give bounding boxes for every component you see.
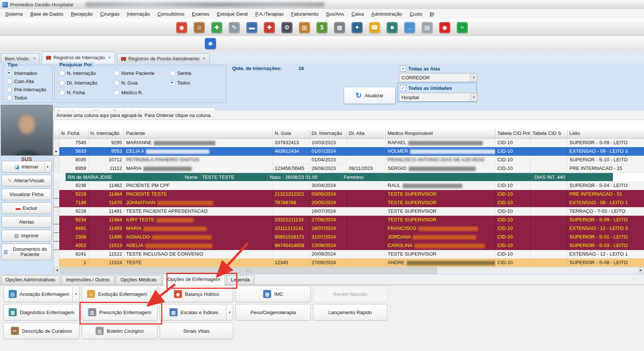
table-row[interactable]: 111524TESTE1234527/09/2024ANDRECID-10SUP… <box>54 259 644 267</box>
exit-icon[interactable]: ◉ <box>439 22 450 33</box>
column-header-tabela-cid-prima[interactable]: Tabela CID Primá <box>495 129 531 138</box>
radio-medico-r[interactable]: Médico R. <box>114 90 170 95</box>
button-evolucao-enfermagem[interactable]: ☺Evolução Enfermagem▾ <box>82 286 157 302</box>
radio-pre-internacao[interactable]: Pré-Internação <box>7 87 46 92</box>
invoice-icon[interactable]: ▤ <box>422 22 433 33</box>
close-icon[interactable]: × <box>33 56 36 61</box>
column-header-n-guia[interactable]: N. Guia <box>273 129 310 138</box>
button-prescricao-enfermagem[interactable]: ▥Prescrição Enfermagem <box>82 304 157 320</box>
bottom-tab-impressoes-outros[interactable]: Impressões / Outros <box>61 275 115 285</box>
bottom-tab-opcoes-medicas[interactable]: Opções Médicas <box>116 275 162 285</box>
chevron-down-icon[interactable]: ▾ <box>150 286 157 302</box>
button-descricao-de-curativos[interactable]: ✂Descrição de Curativos <box>3 323 79 339</box>
chevron-down-icon[interactable]: ▾ <box>44 162 50 171</box>
column-header-dt-alta[interactable]: Dt. Alta <box>347 129 386 138</box>
sidebar-button-visualizar-ficha[interactable]: Visualizar Ficha <box>1 189 51 200</box>
column-header-medico-responsavel[interactable]: Médico Responsável <box>386 129 495 138</box>
radio-dt-internacao[interactable]: Dt. Internação <box>59 80 114 86</box>
sidebar-button-alertas[interactable]: Alertas <box>1 216 51 228</box>
table-row[interactable]: 923811462PACIENTE PM CPF30/04/2024RAULCI… <box>54 181 644 190</box>
chat-icon[interactable]: … <box>404 22 415 33</box>
table-row[interactable]: 695911112MARIA1234567894526/08/202308/11… <box>54 164 644 173</box>
bottom-tab-opcoes-adminstrativas[interactable]: Opções Adminstrativas <box>1 275 60 285</box>
button-sinais-vitais[interactable]: Sinais Vitais <box>160 323 233 339</box>
button-imc[interactable]: ▦IMC <box>235 286 311 302</box>
group-by-hint-bar[interactable]: Arraste uma coluna aqui para agrupá-la. … <box>53 111 644 120</box>
close-icon[interactable]: × <box>108 55 111 60</box>
menu-consultorios[interactable]: Consultórios <box>154 10 188 18</box>
todas-as-unidades-checkbox[interactable]: ✓ Todas as Unidades <box>400 85 452 91</box>
billing-icon[interactable]: $ <box>316 22 328 33</box>
ambulance-icon[interactable]: ✚ <box>264 22 275 33</box>
newborn-sub-row[interactable]: RN de MARIA JOSENome - TESTE TESTENasc -… <box>54 173 644 181</box>
radio-senha[interactable]: Senha <box>170 70 215 76</box>
button-diagnostico-enfermagem[interactable]: ▦Diagnóstico Enfermagem <box>3 304 79 320</box>
atualizar-button[interactable]: ↻ Atualizar <box>344 87 396 104</box>
radio-com-alta[interactable]: Com Alta <box>7 79 46 84</box>
button-lancamento-rapido[interactable]: Lançamento Rápido <box>313 304 387 320</box>
radio-nome-paciente[interactable]: Nome Paciente <box>114 70 170 76</box>
scroll-right-icon[interactable]: ► <box>638 267 644 273</box>
table-row[interactable]: 435211513ADELIA9874541465813/09/2024CARO… <box>54 241 644 250</box>
chevron-down-icon[interactable]: ▾ <box>470 73 477 82</box>
column-header-leito[interactable]: Leito <box>568 129 644 138</box>
button-boletim-cirurgico[interactable]: ▥Boletim Cirúrgico <box>82 323 157 339</box>
table-row[interactable]: 924111522TESTE INCLUSAO DE CONVENIO20/09… <box>54 250 644 259</box>
tools-icon[interactable]: ✦ <box>351 22 363 33</box>
doctor-icon[interactable]: ✚ <box>211 22 222 33</box>
menu-exames[interactable]: Exames <box>188 10 213 18</box>
table-row[interactable]: 230811495AGNALDO8585151617131/07/2024JOR… <box>54 233 644 241</box>
table-row[interactable]: ▸56339553CELIA A46391243401/07/2024VOLME… <box>54 147 644 156</box>
tab-registros-de-pronto-atendimento[interactable]: Registros de Pronto Atendimento× <box>117 53 210 63</box>
menu-caixa[interactable]: Caixa <box>348 10 368 18</box>
menu-faturamento[interactable]: Faturamento <box>287 10 322 18</box>
button-peso-oxigenoterapia[interactable]: Peso/Oxigenoterapia <box>235 304 311 320</box>
menu-sistema[interactable]: Sistema <box>1 10 26 18</box>
monitor-icon[interactable]: ≈ <box>457 22 468 33</box>
vault-icon[interactable]: ▦ <box>334 22 345 33</box>
bottom-tab-legenda[interactable]: Legenda <box>226 275 255 285</box>
menu-sus-ans[interactable]: Sus/Ans <box>322 10 348 18</box>
prescription-icon[interactable]: ✎ <box>229 22 240 33</box>
phone-icon[interactable]: ☎ <box>369 22 380 33</box>
radio-n-ficha[interactable]: N. Ficha <box>59 90 114 95</box>
radio-internados[interactable]: Internados <box>7 70 46 76</box>
column-header-n-ficha[interactable]: N. Ficha <box>59 129 88 138</box>
table-row[interactable]: 75459295MARIANNE33783241310/03/2023RAFAE… <box>54 139 644 147</box>
patients-icon[interactable]: ☺ <box>194 22 205 33</box>
scrollbar-thumb[interactable] <box>60 268 437 273</box>
button-anotacao-enfermagem[interactable]: ▤Anotação Enfermagem▾ <box>3 286 79 302</box>
table-row[interactable]: 714611470JOHNATHAN7878978920/05/2024TEST… <box>54 199 644 207</box>
menu-internacao[interactable]: Internação <box>123 10 153 18</box>
menu-administracao[interactable]: Administração <box>368 10 406 18</box>
radio-todos[interactable]: Todos <box>7 95 46 101</box>
menu-bi[interactable]: BI <box>426 10 438 18</box>
sidebar-button-alterar-visuali[interactable]: ✎Alterar/Visuali. <box>1 175 51 186</box>
unidade-select[interactable]: Hospital ▾ <box>399 93 478 102</box>
todas-as-alas-checkbox[interactable]: ✓ Todas as Alas <box>400 66 440 72</box>
table-row[interactable]: 923411484IURY TESTE3332221113327/06/2024… <box>54 216 644 224</box>
table-row[interactable]: 803510712PETRONILA PINHEIRO SANTOS01/04/… <box>54 156 644 164</box>
patient-record-icon[interactable]: ☻ <box>205 38 216 49</box>
menu-estoque-geral[interactable]: Estoque Geral <box>213 10 251 18</box>
sidebar-button-excluir[interactable]: ▬Excluir <box>1 202 51 214</box>
system-icon[interactable]: ◉ <box>176 22 187 33</box>
sidebar-button-imprimir[interactable]: ▤Imprimir <box>1 230 51 241</box>
beds-icon[interactable]: ▬ <box>246 22 257 33</box>
surgery-center-icon[interactable]: ⚙ <box>281 22 293 33</box>
button-escalas-e-indices[interactable]: ▦Escalas e Índices▾ <box>160 304 233 320</box>
radio-todos[interactable]: Todos <box>170 80 215 86</box>
menu-p-a-terapias[interactable]: P.A./Terapias <box>251 10 287 18</box>
menu-recepcao[interactable]: Recepção <box>67 10 97 18</box>
bottom-tab-opcoes-de-enfermagem[interactable]: Opções de Enfermagem <box>163 274 225 285</box>
library-icon[interactable]: ■ <box>387 22 398 33</box>
table-row[interactable]: 849111493MARIA1011121314118/07/2024FRANC… <box>54 224 644 233</box>
menu-base-de-dados[interactable]: Base de Dados <box>26 10 67 18</box>
column-header-dt-internacao[interactable]: Dt. Internação <box>310 129 347 138</box>
radio-n-guia[interactable]: N. Guia <box>114 80 170 86</box>
table-row[interactable]: 921611464PACIENTE TESTE2132131232103/05/… <box>54 190 644 199</box>
table-row[interactable]: 922611481TESTE PACIENTE APRESENTACAO16/0… <box>54 207 644 216</box>
scroll-left-icon[interactable]: ◄ <box>54 267 60 273</box>
menu-cirurgias[interactable]: Cirurgias <box>96 10 123 18</box>
chevron-down-icon[interactable]: ▾ <box>226 304 233 320</box>
